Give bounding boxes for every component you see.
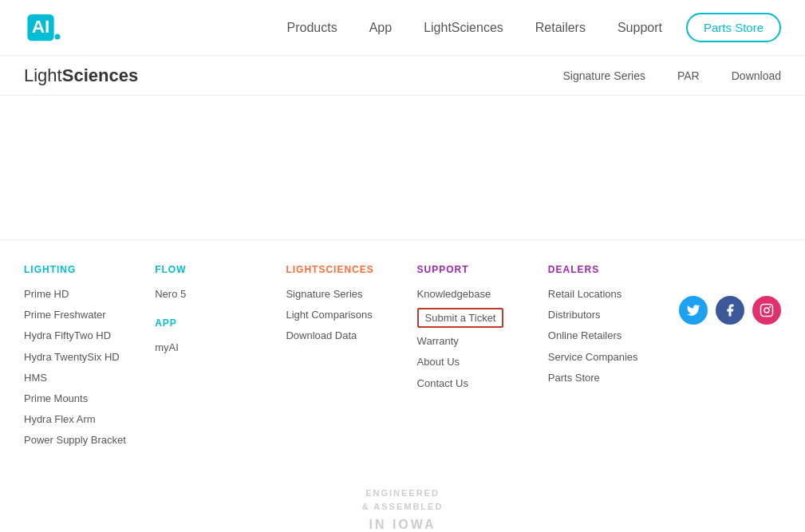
- footer-link-about-us[interactable]: About Us: [417, 355, 548, 369]
- footer-support-heading: SUPPORT: [417, 264, 548, 275]
- footer-link-distributors[interactable]: Distributors: [548, 308, 679, 322]
- footer-link-light-comparisons[interactable]: Light Comparisons: [286, 308, 416, 322]
- footer-link-retail-locations[interactable]: Retail Locations: [548, 287, 679, 301]
- svg-text:AI: AI: [32, 15, 50, 36]
- footer-flow-column: FLOW Nero 5 APP myAI: [155, 264, 286, 455]
- sub-nav-download[interactable]: Download: [732, 69, 781, 82]
- svg-point-5: [769, 306, 771, 308]
- sub-nav-links: Signature Series PAR Download: [562, 69, 781, 82]
- footer-link-signature-series[interactable]: Signature Series: [286, 287, 416, 301]
- nav-lightsciences[interactable]: LightSciences: [424, 21, 503, 35]
- twitter-icon[interactable]: [679, 296, 708, 325]
- facebook-icon[interactable]: [716, 296, 744, 325]
- svg-rect-3: [761, 305, 773, 317]
- footer-flow-heading: FLOW: [155, 264, 286, 275]
- footer-link-hydra-fiftytwo-hd[interactable]: Hydra FiftyTwo HD: [24, 329, 155, 343]
- sub-nav-title: LightSciences: [24, 65, 138, 86]
- footer-lightsciences-heading: LIGHTSCIENCES: [286, 264, 416, 275]
- footer-link-submit-ticket[interactable]: Submit a Ticket: [417, 308, 504, 328]
- footer-lighting-heading: LIGHTING: [24, 264, 155, 275]
- footer-link-hms[interactable]: HMS: [24, 371, 155, 385]
- footer-link-hydra-flex-arm[interactable]: Hydra Flex Arm: [24, 412, 155, 427]
- footer-link-power-supply-bracket[interactable]: Power Supply Bracket: [24, 433, 155, 447]
- footer-link-parts-store[interactable]: Parts Store: [548, 371, 679, 385]
- footer-link-download-data[interactable]: Download Data: [286, 329, 416, 343]
- footer-bottom: ENGINEERED & ASSEMBLED IN IOWA: [24, 479, 781, 533]
- svg-point-4: [764, 308, 769, 313]
- nav-retailers[interactable]: Retailers: [535, 21, 586, 35]
- footer-link-prime-freshwater[interactable]: Prime Freshwater: [24, 308, 155, 322]
- logo[interactable]: AI: [24, 8, 80, 48]
- footer-support-column: SUPPORT Knowledgebase Submit a Ticket Wa…: [417, 264, 548, 455]
- instagram-icon[interactable]: [752, 296, 781, 325]
- svg-point-2: [55, 33, 61, 39]
- engineered-assembled-text: ENGINEERED & ASSEMBLED IN IOWA: [362, 487, 444, 533]
- footer-link-myai[interactable]: myAI: [155, 341, 286, 355]
- footer-link-online-retailers[interactable]: Online Retailers: [548, 329, 679, 343]
- sub-nav-signature-series[interactable]: Signature Series: [562, 69, 645, 82]
- footer-lightsciences-column: LIGHTSCIENCES Signature Series Light Com…: [286, 264, 416, 455]
- footer-link-prime-mounts[interactable]: Prime Mounts: [24, 392, 155, 406]
- sub-nav-par[interactable]: PAR: [677, 69, 700, 82]
- footer-link-hydra-twentysix-hd[interactable]: Hydra TwentySix HD: [24, 350, 155, 365]
- footer-lighting-column: LIGHTING Prime HD Prime Freshwater Hydra…: [24, 264, 155, 455]
- social-column: [679, 264, 781, 455]
- sub-navigation: LightSciences Signature Series PAR Downl…: [0, 56, 805, 96]
- main-content: [0, 96, 805, 239]
- footer-link-nero5[interactable]: Nero 5: [155, 287, 286, 301]
- nav-app[interactable]: App: [369, 21, 392, 35]
- parts-store-button[interactable]: Parts Store: [686, 13, 781, 42]
- footer: LIGHTING Prime HD Prime Freshwater Hydra…: [0, 239, 805, 532]
- footer-link-contact-us[interactable]: Contact Us: [417, 376, 548, 391]
- top-navigation: AI Products App LightSciences Retailers …: [0, 0, 805, 56]
- footer-dealers-heading: DEALERS: [548, 264, 679, 275]
- nav-products[interactable]: Products: [287, 21, 337, 35]
- footer-app-heading: APP: [155, 317, 286, 329]
- footer-link-warranty[interactable]: Warranty: [417, 334, 548, 349]
- footer-link-prime-hd[interactable]: Prime HD: [24, 287, 155, 301]
- footer-link-knowledgebase[interactable]: Knowledgebase: [417, 287, 548, 301]
- footer-dealers-column: DEALERS Retail Locations Distributors On…: [548, 264, 679, 455]
- nav-support[interactable]: Support: [618, 21, 662, 35]
- nav-links: Products App LightSciences Retailers Sup…: [287, 21, 662, 35]
- footer-link-service-companies[interactable]: Service Companies: [548, 350, 679, 365]
